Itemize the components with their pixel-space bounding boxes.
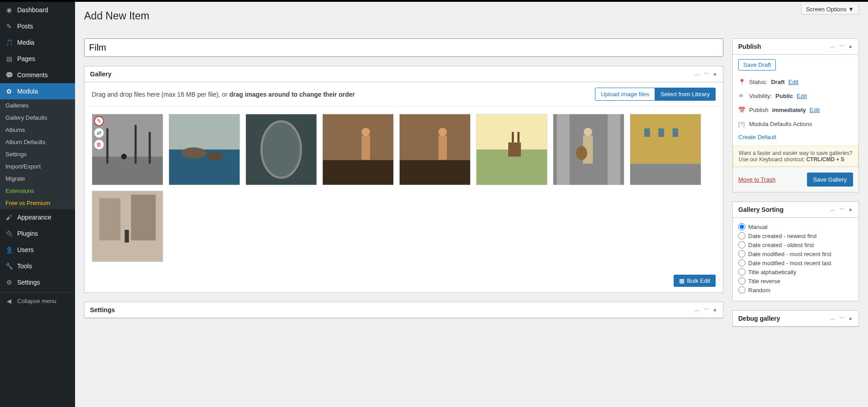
gallery-thumbnail[interactable] [169,114,240,185]
panel-down-icon[interactable]: ﹀ [703,70,711,78]
panel-up-icon[interactable]: ︿ [829,42,837,51]
create-default-link[interactable]: Create Default [738,134,776,140]
nav-appearance[interactable]: 🖌Appearance [0,209,75,225]
panel-down-icon[interactable]: ﹀ [839,42,846,51]
collapse-menu[interactable]: ◀ Collapse menu [0,292,75,309]
subnav-item[interactable]: Galleries [0,99,75,112]
panel-down-icon[interactable]: ﹀ [839,206,846,214]
edit-image-icon[interactable]: ✎ [94,116,104,126]
sorting-radio[interactable] [738,223,745,230]
nav-users[interactable]: 👤Users [0,242,75,258]
select-from-library-button[interactable]: Select from Library [655,88,716,101]
sorting-option[interactable]: Date created - newest first [738,231,853,240]
sorting-label: Random [748,287,770,294]
sorting-option[interactable]: Title alphabetically [738,267,853,276]
subnav-item[interactable]: Album Defaults [0,136,75,148]
svg-point-5 [121,154,127,159]
nav-label: Settings [17,279,40,286]
nav-posts[interactable]: ✎Posts [0,18,75,34]
delete-image-icon[interactable]: 🗑 [94,140,104,150]
panel-up-icon[interactable]: ︿ [829,206,837,214]
nav-comments[interactable]: 💬Comments [0,67,75,83]
admin-sidebar: ◉Dashboard✎Posts🎵Media▤Pages💬Comments✿Mo… [0,2,75,407]
panel-toggle-icon[interactable]: ▴ [712,306,717,314]
subnav-item[interactable]: Albums [0,124,75,136]
subnav-item[interactable]: Extensions [0,185,75,197]
edit-visibility-link[interactable]: Edit [797,93,807,99]
sorting-option[interactable]: Title reverse [738,276,853,285]
move-to-trash-link[interactable]: Move to Trash [738,176,775,183]
help-icon: [?] [738,121,745,127]
nav-plugins[interactable]: 🔌Plugins [0,225,75,242]
subnav-item[interactable]: Migrate [0,173,75,185]
sorting-option[interactable]: Date created - oldest first [738,240,853,249]
nav-label: Plugins [17,230,38,237]
sorting-option[interactable]: Date modified - most recent last [738,258,853,267]
sorting-radio[interactable] [738,268,745,276]
panel-down-icon[interactable]: ﹀ [703,306,711,314]
panel-up-icon[interactable]: ︿ [829,314,837,323]
sorting-option[interactable]: Date modified - most recent first [738,249,853,258]
plugins-icon: 🔌 [5,229,14,238]
gallery-panel: Gallery ︿ ﹀ ▴ Drag and drop files here (… [84,66,723,293]
gallery-thumbnail[interactable]: ✎⇄🗑 [92,114,163,185]
nav-settings[interactable]: ⚙Settings [0,274,75,290]
panel-toggle-icon[interactable]: ▴ [848,314,853,323]
panel-toggle-icon[interactable]: ▴ [848,42,853,51]
subnav-item[interactable]: Import/Export [0,160,75,173]
panel-toggle-icon[interactable]: ▴ [712,70,717,78]
subnav-item[interactable]: Settings [0,148,75,160]
publish-panel: Publish ︿ ﹀ ▴ Save Draft 📍 Status: Draf [732,38,859,192]
shuffle-image-icon[interactable]: ⇄ [94,128,104,138]
sorting-radio[interactable] [738,250,745,257]
sorting-radio[interactable] [738,277,745,285]
svg-rect-4 [149,132,151,164]
svg-rect-2 [106,128,108,164]
sorting-radio[interactable] [738,241,745,248]
panel-down-icon[interactable]: ﹀ [839,314,846,323]
sorting-radio[interactable] [738,259,745,267]
calendar-icon: 📅 [738,107,745,113]
bulk-edit-button[interactable]: ▦ Bulk Edit [674,275,716,287]
gallery-thumbnail[interactable] [630,114,701,185]
sorting-radio[interactable] [738,286,745,294]
gallery-thumbnail[interactable] [553,114,624,185]
svg-rect-27 [608,114,620,185]
nav-tools[interactable]: 🔧Tools [0,258,75,274]
nav-media[interactable]: 🎵Media [0,34,75,51]
svg-rect-26 [557,114,570,185]
sorting-option[interactable]: Manual [738,222,853,231]
save-draft-button[interactable]: Save Draft [738,59,776,70]
gallery-thumbnail[interactable] [476,114,547,185]
subnav-item[interactable]: Free vs Premium [0,197,75,209]
nav-pages[interactable]: ▤Pages [0,51,75,67]
panel-toggle-icon[interactable]: ▴ [848,206,853,214]
debug-gallery-panel: Debug gallery ︿ ﹀ ▴ [732,310,859,327]
edit-status-link[interactable]: Edit [788,79,798,85]
svg-rect-34 [658,128,664,137]
screen-options-toggle[interactable]: Screen Options ▼ [801,5,859,14]
sorting-label: Manual [748,224,768,230]
gallery-thumbnail[interactable] [92,191,163,262]
gallery-thumbnail[interactable] [399,114,471,185]
nav-dashboard[interactable]: ◉Dashboard [0,2,75,18]
edit-schedule-link[interactable]: Edit [810,107,820,113]
sorting-label: Date created - newest first [748,233,817,239]
upload-image-files-button[interactable]: Upload image files [595,88,655,101]
collapse-icon: ◀ [5,296,14,305]
gallery-thumbnail[interactable] [322,114,394,185]
subnav-item[interactable]: Gallery Defaults [0,112,75,124]
panel-up-icon[interactable]: ︿ [693,306,701,314]
gallery-thumbnail[interactable] [245,114,317,185]
nav-modula[interactable]: ✿Modula [0,83,75,99]
sorting-label: Date created - oldest first [748,242,814,248]
sorting-label: Title reverse [748,278,780,285]
sorting-radio[interactable] [738,232,745,239]
panel-up-icon[interactable]: ︿ [693,70,701,78]
save-gallery-button[interactable]: Save Gallery [807,173,853,187]
gallery-sorting-panel: Gallery Sorting ︿ ﹀ ▴ ManualDate created… [732,201,859,301]
sorting-option[interactable]: Random [738,285,853,295]
visibility-row: 👁 Visibility: Public Edit [733,89,859,103]
title-input[interactable] [84,38,723,57]
pin-icon: 📍 [738,79,745,85]
